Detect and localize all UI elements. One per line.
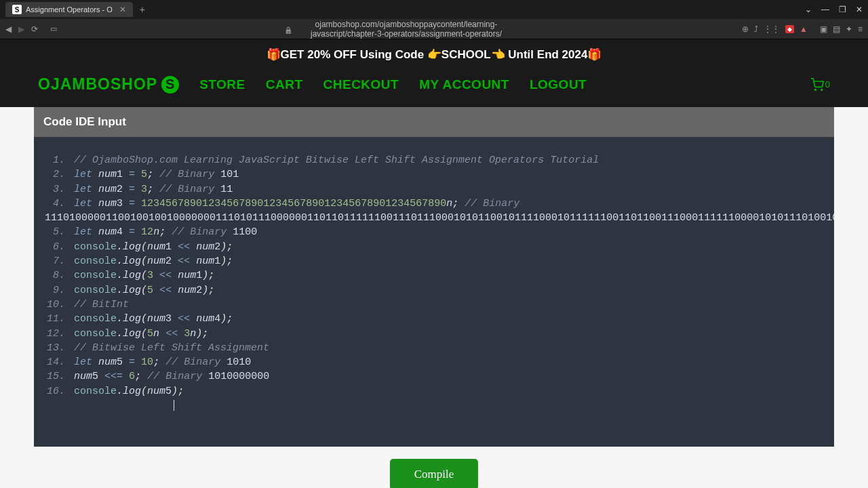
- code-editor[interactable]: 1. // OjamboShop.com Learning JavaScript…: [34, 137, 834, 447]
- content-wrap: Code IDE Input 1. // OjamboShop.com Lear…: [0, 107, 868, 488]
- close-window-icon[interactable]: ✕: [856, 5, 863, 14]
- window-controls: ⌄ — ❐ ✕: [805, 5, 863, 14]
- maximize-icon[interactable]: ❐: [839, 5, 846, 14]
- code-line: 5. let num4 = 12n; // Binary 1100: [45, 225, 823, 239]
- promo-text: 🎁GET 20% OFF Using Code 👉SCHOOL👈 Until E…: [267, 48, 602, 61]
- rss-icon[interactable]: ⋮⋮: [764, 24, 780, 34]
- code-line: 4. let num3 = 12345678901234567890123456…: [45, 197, 823, 211]
- nav-account[interactable]: MY ACCOUNT: [419, 77, 509, 92]
- compile-button[interactable]: Compile: [390, 459, 479, 488]
- cart-widget[interactable]: 0: [810, 78, 830, 92]
- code-panel: Code IDE Input 1. // OjamboShop.com Lear…: [34, 107, 834, 447]
- code-header: Code IDE Input: [34, 107, 834, 137]
- blocker-icon[interactable]: ◆: [785, 25, 794, 33]
- reload-button[interactable]: ⟳: [31, 24, 38, 34]
- code-line: 6. console.log(num1 << num2);: [45, 240, 823, 254]
- logo-text: OJAMBOSHOP: [38, 75, 157, 94]
- compile-section: Compile: [34, 447, 834, 488]
- url-bar[interactable]: ▭ ojamboshop.com/ojamboshoppaycontent/le…: [45, 20, 813, 39]
- code-line: 9. console.log(5 << num2);: [45, 283, 823, 298]
- code-line: 8. console.log(3 << num1);: [45, 268, 823, 283]
- code-line: 3. let num2 = 3; // Binary 11: [45, 182, 823, 197]
- favicon-icon: S: [12, 5, 22, 14]
- code-line: 12. console.log(5n << 3n);: [45, 327, 823, 341]
- svg-point-0: [814, 89, 816, 90]
- nav-checkout[interactable]: CHECKOUT: [323, 77, 399, 92]
- browser-chrome: S Assignment Operators - O ✕ + ⌄ — ❐ ✕ ◀…: [0, 0, 868, 39]
- cart-icon: [810, 78, 824, 92]
- code-line: 1110100000110010010010000000111010111000…: [45, 211, 823, 225]
- code-line: 16. console.log(num5);: [45, 384, 823, 399]
- url-bar-icons: ⊕ ⤴ ⋮⋮ ◆ ▲: [742, 24, 808, 34]
- main-nav: OJAMBOSHOP S STORE CART CHECKOUT MY ACCO…: [0, 70, 868, 107]
- toolbar-right-icons: ▣ ▤ ✦ ≡: [820, 24, 863, 34]
- code-line: 1. // OjamboShop.com Learning JavaScript…: [45, 153, 823, 167]
- share-icon[interactable]: ⤴: [754, 24, 758, 34]
- browser-tab[interactable]: S Assignment Operators - O ✕: [5, 2, 133, 17]
- code-line: 2. let num1 = 5; // Binary 101: [45, 167, 823, 182]
- nav-bar: ◀ ▶ ⟳ ▭ ojamboshop.com/ojamboshoppaycont…: [0, 19, 868, 39]
- code-line: 7. console.log(num2 << num1);: [45, 254, 823, 268]
- reader-icon[interactable]: ▤: [833, 24, 840, 34]
- zoom-icon[interactable]: ⊕: [742, 24, 749, 34]
- close-tab-icon[interactable]: ✕: [119, 5, 126, 14]
- new-tab-button[interactable]: +: [140, 4, 145, 15]
- tab-title: Assignment Operators - O: [26, 5, 113, 14]
- lock-icon: [284, 23, 292, 35]
- page-content: 🎁GET 20% OFF Using Code 👉SCHOOL👈 Until E…: [0, 39, 868, 488]
- code-line: 15. num5 <<= 6; // Binary 1010000000: [45, 369, 823, 384]
- forward-button[interactable]: ▶: [18, 24, 24, 34]
- code-line: 13. // Bitwise Left Shift Assignment: [45, 341, 823, 355]
- panel-icon[interactable]: ▣: [820, 24, 827, 34]
- svg-point-1: [821, 89, 823, 90]
- back-button[interactable]: ◀: [5, 24, 12, 34]
- code-line: 14. let num5 = 10; // Binary 1010: [45, 355, 823, 369]
- logo[interactable]: OJAMBOSHOP S: [38, 75, 179, 94]
- nav-logout[interactable]: LOGOUT: [530, 77, 587, 92]
- sparkle-icon[interactable]: ✦: [846, 24, 852, 34]
- code-line: 10. // BitInt: [45, 298, 823, 312]
- tab-bar: S Assignment Operators - O ✕ + ⌄ — ❐ ✕: [0, 0, 868, 19]
- warning-icon[interactable]: ▲: [800, 24, 808, 34]
- nav-cart[interactable]: CART: [266, 77, 303, 92]
- chevron-down-icon[interactable]: ⌄: [805, 5, 812, 14]
- cursor-line: [45, 399, 823, 413]
- nav-store[interactable]: STORE: [199, 77, 245, 92]
- logo-badge-icon: S: [161, 76, 179, 94]
- cart-count: 0: [825, 79, 830, 89]
- promo-banner: 🎁GET 20% OFF Using Code 👉SCHOOL👈 Until E…: [0, 39, 868, 70]
- menu-icon[interactable]: ≡: [858, 24, 863, 34]
- url-text: ojamboshop.com/ojamboshoppaycontent/lear…: [298, 20, 514, 39]
- bookmark-icon[interactable]: ▭: [50, 24, 57, 33]
- code-line: 11. console.log(num3 << num4);: [45, 312, 823, 326]
- minimize-icon[interactable]: —: [821, 5, 829, 14]
